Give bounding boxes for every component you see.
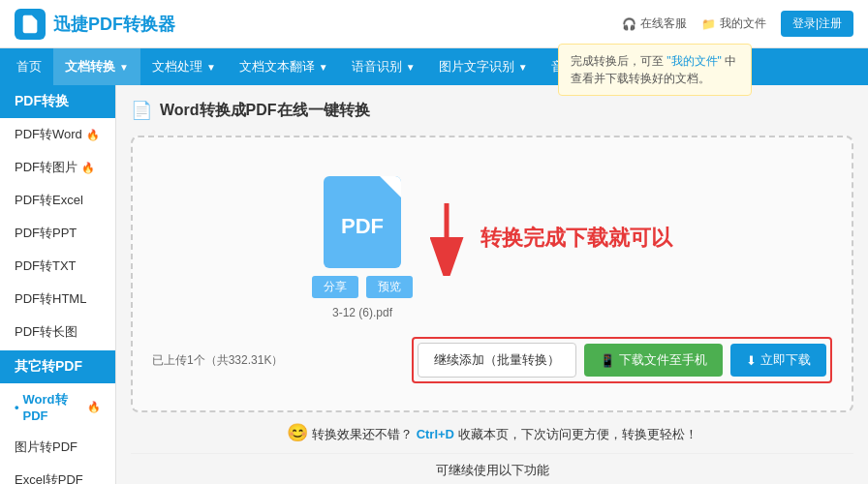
promo-row: 😊 转换效果还不错？ Ctrl+D 收藏本页，下次访问更方便，转换更轻松！ (131, 412, 853, 453)
fire-icon: 🔥 (86, 129, 100, 141)
login-button[interactable]: 登录|注册 (781, 11, 853, 37)
completion-text: 转换完成下载就可以 (480, 224, 672, 253)
document-icon: 📄 (131, 100, 152, 121)
preview-button[interactable]: 预览 (366, 276, 413, 298)
fire-icon: 🔥 (81, 162, 95, 174)
header-right: 🎧 在线客服 📁 我的文件 登录|注册 (622, 11, 853, 37)
chevron-down-icon: ▼ (206, 62, 216, 73)
chevron-down-icon: ▼ (406, 62, 416, 73)
more-features: 可继续使用以下功能 (131, 453, 853, 484)
sidebar-section-pdf: PDF转换 (0, 85, 115, 118)
pdf-file-icon: PDF (324, 176, 401, 268)
nav-item-translate[interactable]: 文档文本翻译 ▼ (228, 48, 340, 85)
file-name: 3-12 (6).pdf (332, 306, 392, 319)
sidebar: PDF转换 PDF转Word 🔥 PDF转图片 🔥 PDF转Excel PDF转… (0, 85, 116, 484)
sidebar-item-pdf-to-word[interactable]: PDF转Word 🔥 (0, 118, 115, 151)
file-preview: PDF 分享 预览 3-12 (6).pdf (312, 176, 413, 319)
fire-icon: 🔥 (87, 401, 101, 413)
my-files-btn[interactable]: 📁 我的文件 (701, 15, 766, 32)
online-service-btn[interactable]: 🎧 在线客服 (622, 15, 687, 32)
action-buttons: 继续添加（批量转换） 📱 下载文件至手机 ⬇ 立即下载 (412, 337, 832, 383)
logo-text: 迅捷PDF转换器 (53, 13, 175, 36)
page-title: 📄 Word转换成PDF在线一键转换 (131, 100, 853, 121)
middle-row: PDF 分享 预览 3-12 (6).pdf (312, 157, 672, 319)
sidebar-item-image-to-pdf[interactable]: 图片转PDF (0, 431, 115, 464)
nav-item-voice[interactable]: 语音识别 ▼ (340, 48, 427, 85)
nav-item-doc-convert[interactable]: 文档转换 ▼ (53, 48, 140, 85)
tooltip-popup: 完成转换后，可至 "我的文件" 中查看并下载转换好的文档。 (558, 44, 752, 96)
continue-add-button[interactable]: 继续添加（批量转换） (418, 343, 576, 378)
share-button[interactable]: 分享 (312, 276, 358, 298)
sidebar-item-pdf-to-long-image[interactable]: PDF转长图 (0, 316, 115, 348)
bottom-bar: 已上传1个（共332.31K） 继续添加（批量转换） 📱 下载文件至手机 ⬇ 立… (152, 329, 832, 391)
folder-icon: 📁 (701, 17, 716, 31)
sidebar-item-pdf-to-ppt[interactable]: PDF转PPT (0, 217, 115, 250)
nav-item-home[interactable]: 首页 (5, 48, 53, 85)
sidebar-item-word-to-pdf[interactable]: • Word转PDF 🔥 (0, 383, 115, 431)
svg-text:PDF: PDF (26, 25, 35, 30)
sidebar-item-pdf-to-image[interactable]: PDF转图片 🔥 (0, 151, 115, 184)
chevron-down-icon: ▼ (518, 62, 528, 73)
nav-item-doc-process[interactable]: 文档处理 ▼ (140, 48, 228, 85)
phone-icon: 📱 (600, 353, 615, 368)
corner-fold (380, 176, 401, 197)
logo-area: PDF 迅捷PDF转换器 (15, 9, 175, 40)
immediate-download-button[interactable]: ⬇ 立即下载 (730, 344, 826, 377)
pdf-label: PDF (341, 214, 384, 239)
sidebar-section-to-pdf: 其它转PDF (0, 350, 115, 383)
nav-item-ocr[interactable]: 图片文字识别 ▼ (427, 48, 540, 85)
chevron-down-icon: ▼ (119, 62, 129, 73)
main-layout: PDF转换 PDF转Word 🔥 PDF转图片 🔥 PDF转Excel PDF转… (0, 85, 868, 484)
header: PDF 迅捷PDF转换器 🎧 在线客服 📁 我的文件 登录|注册 完成转换后，可… (0, 0, 868, 48)
file-actions: 分享 预览 (312, 276, 413, 298)
arrow-down (422, 198, 471, 279)
smile-icon: 😊 (287, 423, 308, 442)
shortcut-highlight: Ctrl+D (417, 427, 454, 441)
file-info: 已上传1个（共332.31K） (152, 352, 283, 369)
upload-zone[interactable]: PDF 分享 预览 3-12 (6).pdf (131, 136, 853, 412)
headset-icon: 🎧 (622, 17, 636, 31)
sidebar-item-pdf-to-excel[interactable]: PDF转Excel (0, 184, 115, 217)
chevron-down-icon: ▼ (319, 62, 328, 73)
content-area: 📄 Word转换成PDF在线一键转换 PDF 分享 预览 3-12 (6).pd… (116, 85, 868, 484)
sidebar-item-excel-to-pdf[interactable]: Excel转PDF (0, 464, 115, 484)
tooltip-link[interactable]: "我的文件" (666, 54, 722, 68)
download-to-phone-button[interactable]: 📱 下载文件至手机 (584, 344, 723, 377)
download-icon: ⬇ (746, 353, 757, 368)
sidebar-item-pdf-to-txt[interactable]: PDF转TXT (0, 250, 115, 283)
sidebar-item-pdf-to-html[interactable]: PDF转HTML (0, 283, 115, 316)
logo-icon: PDF (15, 9, 46, 40)
